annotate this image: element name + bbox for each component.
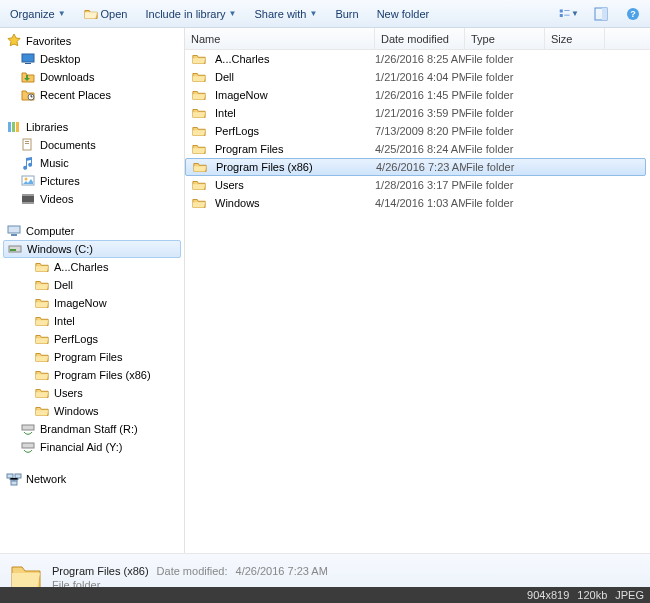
- include-library-button[interactable]: Include in library▼: [141, 6, 240, 22]
- svg-rect-27: [22, 443, 34, 448]
- svg-rect-28: [7, 474, 13, 478]
- sidebar-item-drive-y[interactable]: Financial Aid (Y:): [0, 438, 184, 456]
- folder-icon: [34, 367, 50, 383]
- svg-rect-30: [11, 481, 17, 485]
- sidebar-folder-item[interactable]: PerfLogs: [0, 330, 184, 348]
- chevron-down-icon: ▼: [571, 9, 579, 18]
- drive-icon: [7, 241, 23, 257]
- sidebar-item-recent[interactable]: Recent Places: [0, 86, 184, 104]
- sidebar-item-downloads[interactable]: Downloads: [0, 68, 184, 86]
- sidebar-folder-item[interactable]: A...Charles: [0, 258, 184, 276]
- sidebar-folder-item[interactable]: Users: [0, 384, 184, 402]
- svg-rect-9: [25, 63, 31, 64]
- share-with-button[interactable]: Share with▼: [251, 6, 322, 22]
- svg-point-18: [25, 178, 28, 181]
- folder-icon: [34, 295, 50, 311]
- pictures-icon: [20, 173, 36, 189]
- view-mode-button[interactable]: ▼: [558, 4, 580, 24]
- sidebar-item-videos[interactable]: Videos: [0, 190, 184, 208]
- downloads-icon: [20, 69, 36, 85]
- svg-rect-11: [8, 122, 11, 132]
- folder-icon: [191, 141, 207, 157]
- preview-pane-button[interactable]: [590, 4, 612, 24]
- svg-rect-13: [16, 122, 19, 132]
- libraries-group: Libraries Documents Music Pictures Video…: [0, 118, 184, 208]
- sidebar-item-pictures[interactable]: Pictures: [0, 172, 184, 190]
- image-footer: 904x819 120kb JPEG: [0, 587, 650, 603]
- organize-button[interactable]: Organize▼: [6, 6, 70, 22]
- sidebar-folder-item[interactable]: Program Files (x86): [0, 366, 184, 384]
- recent-icon: [20, 87, 36, 103]
- sidebar-item-drive-r[interactable]: Brandman Staff (R:): [0, 420, 184, 438]
- file-row[interactable]: Intel1/21/2016 3:59 PMFile folder: [185, 104, 650, 122]
- network-drive-icon: [20, 439, 36, 455]
- folder-icon: [34, 259, 50, 275]
- sidebar-folder-item[interactable]: Dell: [0, 276, 184, 294]
- chevron-down-icon: ▼: [229, 9, 237, 18]
- network-icon: [6, 471, 22, 487]
- file-row[interactable]: Dell1/21/2016 4:04 PMFile folder: [185, 68, 650, 86]
- svg-rect-14: [23, 139, 31, 150]
- file-row[interactable]: PerfLogs7/13/2009 8:20 PMFile folder: [185, 122, 650, 140]
- toolbar: Organize▼ Open Include in library▼ Share…: [0, 0, 650, 28]
- folder-icon: [191, 195, 207, 211]
- column-date[interactable]: Date modified: [375, 28, 465, 49]
- svg-rect-5: [602, 8, 607, 20]
- sidebar-folder-item[interactable]: ImageNow: [0, 294, 184, 312]
- network-header[interactable]: Network: [0, 470, 184, 488]
- details-name: Program Files (x86): [52, 565, 149, 577]
- column-type[interactable]: Type: [465, 28, 545, 49]
- sidebar-folder-item[interactable]: Windows: [0, 402, 184, 420]
- column-name[interactable]: Name: [185, 28, 375, 49]
- sidebar-item-documents[interactable]: Documents: [0, 136, 184, 154]
- svg-text:?: ?: [630, 9, 636, 19]
- computer-icon: [6, 223, 22, 239]
- help-button[interactable]: ?: [622, 4, 644, 24]
- file-row[interactable]: Program Files (x86)4/26/2016 7:23 AMFile…: [185, 158, 646, 176]
- folder-icon: [191, 105, 207, 121]
- svg-rect-1: [560, 14, 563, 17]
- sidebar-item-music[interactable]: Music: [0, 154, 184, 172]
- folder-icon: [34, 313, 50, 329]
- folder-icon: [191, 87, 207, 103]
- file-row[interactable]: Windows4/14/2016 1:03 AMFile folder: [185, 194, 650, 212]
- open-icon: [84, 7, 98, 21]
- svg-rect-16: [25, 143, 29, 144]
- computer-group: Computer Windows (C:) A...CharlesDellIma…: [0, 222, 184, 456]
- desktop-icon: [20, 51, 36, 67]
- favorites-header[interactable]: Favorites: [0, 32, 184, 50]
- main-area: Favorites Desktop Downloads Recent Place…: [0, 28, 650, 553]
- libraries-header[interactable]: Libraries: [0, 118, 184, 136]
- folder-icon: [34, 277, 50, 293]
- sidebar-item-drive-c[interactable]: Windows (C:): [3, 240, 181, 258]
- file-row[interactable]: A...Charles1/26/2016 8:25 AMFile folder: [185, 50, 650, 68]
- open-button[interactable]: Open: [80, 5, 132, 23]
- sidebar-item-desktop[interactable]: Desktop: [0, 50, 184, 68]
- folder-icon: [34, 385, 50, 401]
- file-row[interactable]: Users1/28/2016 3:17 PMFile folder: [185, 176, 650, 194]
- libraries-icon: [6, 119, 22, 135]
- folder-icon: [34, 349, 50, 365]
- column-headers: Name Date modified Type Size: [185, 28, 650, 50]
- burn-button[interactable]: Burn: [331, 6, 362, 22]
- navigation-pane: Favorites Desktop Downloads Recent Place…: [0, 28, 185, 553]
- chevron-down-icon: ▼: [309, 9, 317, 18]
- svg-rect-21: [22, 202, 34, 204]
- sidebar-folder-item[interactable]: Program Files: [0, 348, 184, 366]
- column-size[interactable]: Size: [545, 28, 605, 49]
- svg-rect-15: [25, 141, 29, 142]
- svg-rect-22: [8, 226, 20, 233]
- details-date-label: Date modified:: [157, 565, 228, 577]
- computer-header[interactable]: Computer: [0, 222, 184, 240]
- file-row[interactable]: Program Files4/25/2016 8:24 AMFile folde…: [185, 140, 650, 158]
- svg-rect-8: [22, 54, 34, 62]
- svg-rect-23: [11, 234, 17, 236]
- svg-rect-25: [10, 249, 16, 251]
- file-list-pane: Name Date modified Type Size A...Charles…: [185, 28, 650, 553]
- file-row[interactable]: ImageNow1/26/2016 1:45 PMFile folder: [185, 86, 650, 104]
- chevron-down-icon: ▼: [58, 9, 66, 18]
- new-folder-button[interactable]: New folder: [373, 6, 434, 22]
- folder-icon: [191, 69, 207, 85]
- details-date: 4/26/2016 7:23 AM: [236, 565, 328, 577]
- sidebar-folder-item[interactable]: Intel: [0, 312, 184, 330]
